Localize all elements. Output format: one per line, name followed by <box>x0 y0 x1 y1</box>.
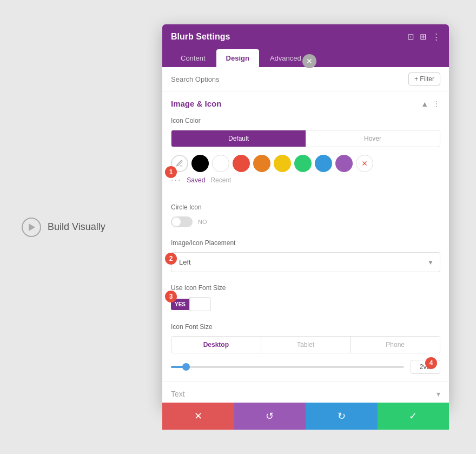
phone-tab[interactable]: Phone <box>351 337 440 353</box>
color-swatches <box>171 155 440 172</box>
default-hover-toggle: Default Hover <box>171 130 440 147</box>
placement-select[interactable]: Left Right Top Bottom <box>171 252 440 272</box>
tab-design[interactable]: Design <box>216 49 259 67</box>
filter-button[interactable]: + Filter <box>408 73 440 85</box>
play-triangle-icon <box>29 223 35 231</box>
tab-content[interactable]: Content <box>171 49 215 67</box>
font-size-slider[interactable] <box>171 366 404 368</box>
collapse-icon[interactable]: ▲ <box>421 100 428 108</box>
tablet-tab[interactable]: Tablet <box>261 337 351 353</box>
play-icon[interactable] <box>22 218 41 237</box>
swatch-blue[interactable] <box>315 155 332 172</box>
panel-header-icons: ⊡ ⊞ ⋮ <box>407 32 440 42</box>
badge-1: 1 <box>165 166 177 178</box>
swatch-tabs: ··· Saved Recent <box>171 175 440 185</box>
search-input[interactable] <box>171 75 408 83</box>
icon-font-size-field: Icon Font Size Desktop Tablet Phone 2vw <box>162 319 449 381</box>
close-panel-button[interactable]: ✕ <box>302 54 316 68</box>
swatch-yellow[interactable] <box>274 155 291 172</box>
swatch-black[interactable] <box>191 155 209 172</box>
blurb-settings-panel: Blurb Settings ⊡ ⊞ ⋮ Content Design Adva… <box>162 24 449 406</box>
yes-toggle-box[interactable] <box>189 297 211 311</box>
desktop-tab[interactable]: Desktop <box>171 337 261 353</box>
swatch-purple[interactable] <box>335 155 353 172</box>
save-button[interactable]: ✓ <box>378 403 449 430</box>
image-icon-section-header: Image & Icon ▲ ⋮ <box>162 91 449 113</box>
panel-header: Blurb Settings ⊡ ⊞ ⋮ <box>162 24 449 49</box>
section-more-icon[interactable]: ⋮ <box>433 100 440 108</box>
swatch-red[interactable] <box>233 155 250 172</box>
placement-select-row: Left Right Top Bottom ▼ <box>171 252 440 272</box>
image-icon-placement-field: Image/Icon Placement Left Right Top Bott… <box>162 235 449 280</box>
build-visually-label: Build Visually <box>48 221 105 233</box>
placement-label: Image/Icon Placement <box>171 239 440 247</box>
fullscreen-icon[interactable]: ⊡ <box>407 32 414 42</box>
badge-2: 2 <box>165 253 177 265</box>
saved-tab[interactable]: Saved <box>187 176 205 184</box>
font-size-slider-row: 2vw <box>171 360 440 374</box>
section-header-icons: ▲ ⋮ <box>421 100 440 108</box>
device-tabs: Desktop Tablet Phone <box>171 336 440 353</box>
icon-color-label: Icon Color <box>171 117 440 124</box>
circle-icon-field: Circle Icon NO <box>162 199 449 235</box>
circle-icon-toggle[interactable] <box>171 216 193 227</box>
text-section-arrow-icon: ▾ <box>437 390 440 398</box>
circle-icon-label: Circle Icon <box>171 203 440 211</box>
panel-body: Image & Icon ▲ ⋮ Icon Color Default Hove… <box>162 91 449 406</box>
panel-title: Blurb Settings <box>171 32 230 42</box>
recent-tab[interactable]: Recent <box>210 176 231 184</box>
circle-icon-no-label: NO <box>198 219 207 225</box>
use-icon-font-size-label: Use Icon Font Size <box>171 284 440 292</box>
undo-button[interactable]: ↺ <box>234 403 306 430</box>
toggle-knob <box>172 218 181 226</box>
redo-button[interactable]: ↻ <box>306 403 378 430</box>
badge-4: 4 <box>425 357 437 369</box>
swatch-clear[interactable] <box>356 155 373 172</box>
swatch-green[interactable] <box>294 155 312 172</box>
badge-3: 3 <box>165 291 177 302</box>
circle-icon-toggle-row: NO <box>171 216 440 227</box>
swatch-white[interactable] <box>212 155 229 172</box>
cancel-button[interactable]: ✕ <box>162 403 234 430</box>
hover-tab[interactable]: Hover <box>306 130 440 147</box>
default-tab[interactable]: Default <box>171 130 306 147</box>
more-icon[interactable]: ⋮ <box>432 32 440 42</box>
yes-toggle-row: YES <box>171 297 440 311</box>
image-icon-title: Image & Icon <box>171 99 221 108</box>
text-section-title: Text <box>171 390 185 398</box>
bottom-bar: ✕ ↺ ↻ ✓ <box>162 403 449 430</box>
icon-font-size-label: Icon Font Size <box>171 323 440 331</box>
build-visually-container: Build Visually <box>22 218 105 237</box>
split-icon[interactable]: ⊞ <box>420 32 427 42</box>
use-icon-font-size-field: Use Icon Font Size YES <box>162 280 449 319</box>
icon-color-field: Icon Color Default Hover <box>162 113 449 199</box>
swatch-orange[interactable] <box>253 155 270 172</box>
search-bar: + Filter <box>162 67 449 91</box>
